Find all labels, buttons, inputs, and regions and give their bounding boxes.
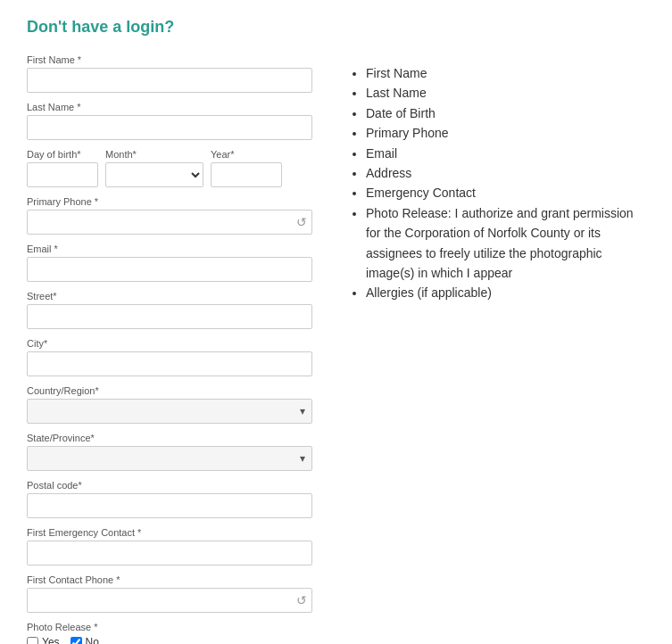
photo-no-option[interactable]: No (71, 636, 99, 644)
list-item: Date of Birth (366, 103, 645, 123)
form-column: First Name * Last Name * Day of birth* M… (27, 54, 312, 644)
city-label: City* (27, 338, 312, 349)
state-group: State/Province* Ontario British Columbia (27, 433, 312, 471)
info-column: First Name Last Name Date of Birth Prima… (348, 54, 645, 303)
contact-phone-wrapper: ↺ (27, 588, 312, 613)
list-item: Email (366, 144, 645, 163)
dob-group: Day of birth* Month* Year* (27, 149, 312, 187)
primary-phone-group: Primary Phone * ↺ (27, 196, 312, 235)
postal-group: Postal code* (27, 480, 312, 518)
contact-phone-group: First Contact Phone * ↺ (27, 574, 312, 613)
postal-label: Postal code* (27, 480, 312, 491)
main-layout: First Name * Last Name * Day of birth* M… (27, 54, 645, 644)
dob-day-label: Day of birth* (27, 149, 98, 160)
country-label: Country/Region* (27, 385, 312, 396)
dob-row: January February March April May June Ju… (27, 162, 312, 187)
email-group: Email * (27, 244, 312, 282)
city-group: City* (27, 338, 312, 376)
page-container: Don't have a login? First Name * Last Na… (27, 18, 645, 644)
street-input[interactable] (27, 304, 312, 329)
list-item: Last Name (366, 83, 645, 103)
first-name-group: First Name * (27, 54, 312, 93)
page-title: Don't have a login? (27, 18, 645, 37)
primary-phone-label: Primary Phone * (27, 196, 312, 207)
state-select[interactable]: Ontario British Columbia (27, 446, 312, 471)
phone-icon: ↺ (296, 215, 307, 229)
first-name-input[interactable] (27, 68, 312, 93)
photo-release-group: Photo Release * Yes No (27, 622, 312, 644)
photo-release-label: Photo Release * (27, 622, 312, 632)
street-label: Street* (27, 291, 312, 301)
country-select[interactable]: Canada United States (27, 399, 312, 424)
country-select-wrapper: Canada United States (27, 399, 312, 424)
first-name-label: First Name * (27, 54, 312, 65)
dob-year-label: Year* (211, 149, 282, 160)
emergency-contact-group: First Emergency Contact * (27, 527, 312, 566)
photo-no-checkbox[interactable] (71, 637, 82, 645)
contact-phone-input[interactable] (27, 588, 312, 613)
list-item: Photo Release: I authorize and grant per… (366, 203, 645, 284)
list-item: Primary Phone (366, 123, 645, 143)
street-group: Street* (27, 291, 312, 329)
photo-no-label: No (86, 636, 99, 644)
postal-input[interactable] (27, 493, 312, 518)
photo-release-radio-group: Yes No (27, 636, 312, 644)
emergency-contact-input[interactable] (27, 541, 312, 566)
dob-month-label: Month* (105, 149, 203, 160)
last-name-label: Last Name * (27, 102, 312, 112)
last-name-group: Last Name * (27, 102, 312, 140)
dob-month-select[interactable]: January February March April May June Ju… (105, 162, 203, 187)
emergency-contact-label: First Emergency Contact * (27, 527, 312, 538)
city-input[interactable] (27, 351, 312, 376)
list-item: Address (366, 163, 645, 183)
last-name-input[interactable] (27, 115, 312, 140)
country-group: Country/Region* Canada United States (27, 385, 312, 424)
photo-yes-label: Yes (42, 636, 60, 644)
photo-yes-checkbox[interactable] (27, 637, 38, 645)
list-item: Emergency Contact (366, 183, 645, 202)
list-item: First Name (366, 63, 645, 83)
state-label: State/Province* (27, 433, 312, 443)
dob-year-input[interactable] (211, 162, 282, 187)
list-item: Allergies (if applicable) (366, 283, 645, 302)
state-select-wrapper: Ontario British Columbia (27, 446, 312, 471)
primary-phone-input[interactable] (27, 210, 312, 235)
dob-day-input[interactable] (27, 162, 98, 187)
contact-phone-label: First Contact Phone * (27, 574, 312, 585)
contact-phone-icon: ↺ (296, 593, 307, 607)
info-list: First Name Last Name Date of Birth Prima… (348, 63, 645, 303)
email-label: Email * (27, 244, 312, 254)
primary-phone-wrapper: ↺ (27, 210, 312, 235)
photo-yes-option[interactable]: Yes (27, 636, 60, 644)
email-input[interactable] (27, 257, 312, 282)
